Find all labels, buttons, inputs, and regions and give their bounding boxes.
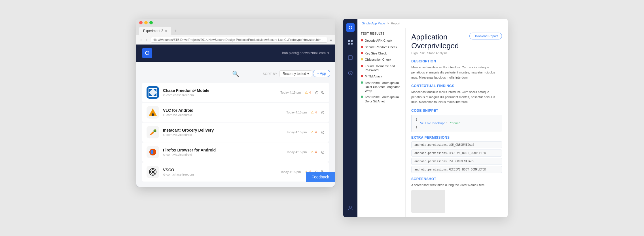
user-menu[interactable]: bob.plant@geewhizmall.com ▾	[282, 51, 329, 55]
app-actions: ⊙	[321, 130, 325, 135]
alert-count: 4	[315, 150, 317, 154]
test-item-credentials[interactable]: Found Username and Password	[361, 64, 402, 72]
vlc-logo-svg	[147, 106, 159, 119]
test-item-secure[interactable]: Secure Random Check	[361, 45, 402, 49]
app-alerts: ⚠ 4	[311, 130, 317, 134]
report-subtitle: High Risk | Static Analysis	[411, 51, 502, 55]
browser-window: Experiment 2 ✕ + ‹ › file:///Volumes/3TB…	[136, 19, 335, 187]
sort-label: SORT BY	[263, 72, 277, 75]
app-actions: ⊙	[321, 149, 325, 155]
test-dot-green	[361, 81, 363, 84]
app-name: VSCO	[163, 168, 276, 172]
chase-logo-svg	[147, 86, 159, 99]
app-logo: ⬡	[142, 48, 152, 58]
github-icon[interactable]: ⊙	[321, 110, 325, 115]
code-line-3: }	[416, 125, 499, 129]
permission-item: android.permissions.RECEIVE_BOOT_COMPLET…	[411, 166, 502, 173]
sidebar-info-icon[interactable]	[346, 68, 355, 78]
address-bar[interactable]: file:///Volumes/3TB Drive/Projects/2014/…	[151, 37, 327, 43]
description-section-title: DESCRIPTION	[411, 59, 502, 63]
firefox-logo-svg	[147, 146, 159, 158]
browser-toolbar: ‹ › file:///Volumes/3TB Drive/Projects/2…	[136, 35, 335, 45]
test-item-label: Found Username and Password	[365, 64, 402, 72]
test-item-label: Secure Random Check	[365, 45, 397, 49]
tab-close-icon[interactable]: ✕	[165, 30, 167, 33]
test-item-label: Key Size Check	[365, 51, 387, 55]
test-dot-red	[361, 65, 363, 67]
test-dot-yellow	[361, 58, 363, 60]
code-snippet-title: CODE SNIPPET	[411, 109, 502, 113]
close-button[interactable]	[139, 21, 143, 24]
svg-point-25	[349, 206, 351, 208]
contextual-section-title: CONTEXTUAL FINDINGS	[411, 84, 502, 88]
app-time: Today 4:15 pm	[280, 91, 301, 94]
app-bundle: com.chase.freedom	[163, 93, 276, 97]
app-bundle: com.vlc.vlcandroid	[163, 133, 282, 137]
contextual-text: Maecenas faucibus mollis interdum. Cum s…	[411, 90, 502, 105]
minimize-button[interactable]	[144, 21, 148, 24]
test-item-lorem1[interactable]: Test Name Lorem Ipsum Dolor Sit Amet Lon…	[361, 81, 402, 93]
code-line-2: "allow_backup": "true"	[416, 121, 499, 125]
app-name: Instacart: Grocery Delivery	[163, 128, 282, 132]
breadcrumb-current: Report	[391, 22, 400, 25]
sidebar-square-icon[interactable]	[346, 53, 355, 62]
svg-point-24	[350, 72, 351, 72]
list-item: 🥕 Instacart: Grocery Delivery com.vlc.vl…	[142, 123, 329, 142]
maximize-button[interactable]	[149, 21, 153, 24]
feedback-button[interactable]: Feedback	[306, 172, 335, 182]
test-item-obfuscation[interactable]: Obfuscation Check	[361, 58, 402, 62]
app-bundle: com.chase.freedom	[163, 173, 276, 176]
breadcrumb-separator: >	[387, 22, 389, 25]
test-item-label: Test Name Lorem Ipsum Dolor Sit Amet Lon…	[365, 81, 402, 93]
list-item: Firefox Browser for Android com.vlc.vlca…	[142, 142, 329, 162]
sort-area: SORT BY Recently tested ▾	[263, 70, 312, 77]
github-icon[interactable]: ⊙	[321, 149, 325, 155]
app-bundle: com.vlc.vlcandroid	[163, 153, 282, 157]
sidebar-grid-icon[interactable]	[346, 37, 355, 47]
sidebar-logo: ⬡	[346, 23, 355, 32]
app-info-vlc: VLC for Android com.vlc.vlcandroid	[163, 108, 282, 117]
test-dot-red	[361, 39, 363, 41]
report-content: Single App Page > Report TEST RESULTS De…	[357, 19, 508, 217]
active-tab[interactable]: Experiment 2 ✕	[139, 27, 171, 35]
app-actions: ⊙ ↻	[315, 90, 325, 95]
back-button[interactable]: ‹	[139, 37, 143, 43]
add-app-button[interactable]: + App	[313, 70, 330, 77]
browser-chrome: Experiment 2 ✕ +	[136, 19, 335, 35]
report-window: ⬡	[343, 19, 508, 217]
app-alerts: ⚠ 4	[311, 110, 317, 114]
github-icon[interactable]: ⊙	[315, 90, 319, 95]
app-bundle: com.vlc.vlcandroid	[163, 113, 282, 117]
github-icon[interactable]: ⊙	[321, 130, 325, 135]
sort-dropdown[interactable]: Recently tested ▾	[279, 70, 312, 77]
code-line-1: {	[416, 118, 499, 121]
detail-panel: Download Report Application Overprivileg…	[406, 28, 508, 217]
forward-button[interactable]: ›	[145, 37, 149, 43]
app-info-chase: Chase Freedom® Mobile com.chase.freedom	[163, 88, 276, 97]
refresh-icon[interactable]: ↻	[321, 90, 325, 95]
user-menu-chevron-icon: ▾	[327, 51, 329, 55]
alert-icon: ⚠	[311, 150, 314, 154]
sidebar-user-icon[interactable]	[346, 203, 355, 213]
new-tab-button[interactable]: +	[171, 27, 179, 35]
alert-icon: ⚠	[305, 90, 308, 94]
svg-text:🥕: 🥕	[149, 128, 157, 136]
breadcrumb-home[interactable]: Single App Page	[362, 22, 385, 25]
app-time: Today 4:15 pm	[286, 150, 307, 154]
app-list: Chase Freedom® Mobile com.chase.freedom …	[136, 83, 335, 182]
test-results-title: TEST RESULTS	[361, 32, 402, 35]
user-email: bob.plant@geewhizmall.com	[282, 51, 326, 55]
logo-icon: ⬡	[145, 50, 149, 56]
svg-rect-17	[348, 40, 350, 42]
browser-menu-icon[interactable]: ≡	[330, 37, 332, 42]
app-icon-instacart: 🥕	[147, 126, 159, 138]
app-header: ⬡ bob.plant@geewhizmall.com ▾	[136, 45, 335, 62]
screenshot-text: A screenshot was taken during the <Test …	[411, 183, 502, 188]
test-item-keysize[interactable]: Key Size Check	[361, 51, 402, 55]
test-item-mitm[interactable]: MITM Attack	[361, 74, 402, 78]
download-report-button[interactable]: Download Report	[469, 33, 502, 39]
test-item-lorem2[interactable]: Test Name Lorem Ipsum Dolor Sit Amet	[361, 95, 402, 103]
description-text: Maecenas faucibus mollis interdum. Cum s…	[411, 65, 502, 80]
alert-icon: ⚠	[311, 130, 314, 134]
test-item-decode[interactable]: Decode APK Check	[361, 39, 402, 43]
